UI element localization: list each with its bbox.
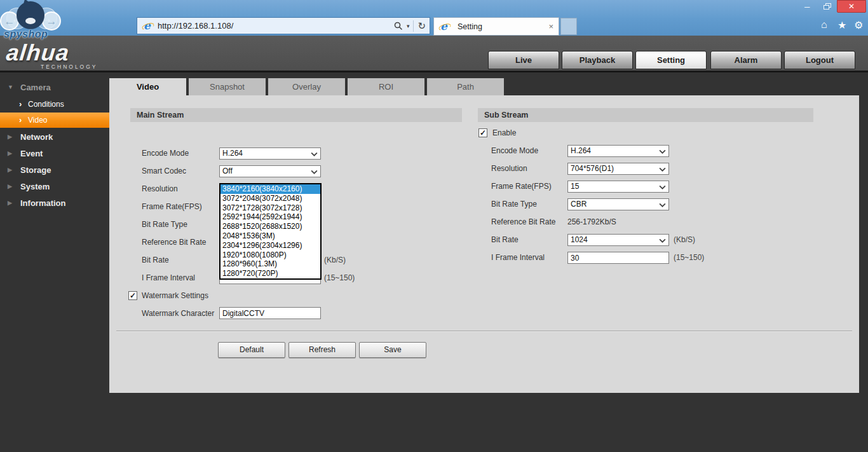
- address-bar[interactable]: e http://192.168.1.108/ ▾ ↻: [137, 17, 430, 34]
- new-tab-button[interactable]: [560, 18, 577, 35]
- main-i-frame-interval-label: I Frame Interval: [142, 273, 195, 282]
- nav-setting-button[interactable]: Setting: [635, 51, 707, 69]
- tab-path[interactable]: Path: [427, 78, 504, 95]
- tab-close-icon[interactable]: ×: [548, 22, 553, 31]
- watermark-settings-label: Watermark Settings: [142, 291, 208, 300]
- resolution-option[interactable]: 1920*1080(1080P): [220, 250, 320, 260]
- sidebar-item-video[interactable]: › Video: [0, 113, 109, 128]
- window-restore-button[interactable]: [824, 3, 832, 10]
- resolution-option[interactable]: 1280*720(720P): [220, 269, 320, 278]
- spyshop-watermark: ← → spyshop: [0, 1, 66, 42]
- window-close-button[interactable]: ✕: [837, 0, 866, 13]
- sub-i-frame-interval-input[interactable]: [567, 252, 669, 264]
- chevron-down-icon: [311, 170, 318, 174]
- sub-bit-rate-type-label: Bit Rate Type: [491, 200, 537, 209]
- divider: [413, 20, 414, 32]
- url-text[interactable]: http://192.168.1.108/: [158, 21, 233, 31]
- browser-chrome: ← → e http://192.168.1.108/ ▾ ↻ e Settin…: [0, 0, 868, 36]
- sidebar-item-network[interactable]: ▶ Network: [0, 129, 109, 145]
- browser-tab-setting[interactable]: e Setting ×: [433, 17, 559, 36]
- sub-frame-rate-select[interactable]: 15: [567, 181, 669, 193]
- sub-resolution-select[interactable]: 704*576(D1): [567, 163, 669, 175]
- resolution-option[interactable]: 2688*1520(2688x1520): [220, 222, 320, 231]
- tab-video[interactable]: Video: [109, 78, 186, 96]
- watermark-text: spyshop: [4, 29, 48, 40]
- sidebar-item-conditions[interactable]: › Conditions: [0, 97, 109, 112]
- sidebar-item-camera[interactable]: ▼ Camera: [0, 79, 109, 95]
- main-smart-codec-select[interactable]: Off: [219, 165, 321, 177]
- sidebar-item-storage[interactable]: ▶ Storage: [0, 162, 109, 178]
- ie-page-icon: e: [142, 20, 154, 32]
- sub-frame-rate-label: Frame Rate(FPS): [491, 182, 552, 191]
- sub-enable-label: Enable: [492, 128, 516, 137]
- sidebar-item-system[interactable]: ▶ System: [0, 179, 109, 195]
- main-resolution-label: Resolution: [142, 184, 178, 193]
- resolution-option[interactable]: 2048*1536(3M): [220, 231, 320, 241]
- default-button[interactable]: Default: [218, 342, 285, 358]
- triangle-right-icon: ▶: [8, 195, 12, 211]
- triangle-right-icon: ▶: [8, 162, 12, 178]
- chevron-right-icon: ›: [19, 113, 22, 128]
- resolution-option[interactable]: 1280*960(1.3M): [220, 259, 320, 269]
- chevron-down-icon: ▼: [8, 79, 13, 95]
- check-icon: ✓: [480, 128, 486, 137]
- window-minimize-button[interactable]: –: [804, 1, 810, 11]
- triangle-right-icon: ▶: [8, 146, 12, 161]
- main-encode-mode-select[interactable]: H.264: [219, 147, 321, 160]
- watermark-character-label: Watermark Character: [142, 309, 214, 318]
- watermark-settings-checkbox[interactable]: ✓: [128, 291, 137, 300]
- sidebar-item-information[interactable]: ▶ Information: [0, 195, 109, 211]
- sub-enable-checkbox[interactable]: ✓: [478, 128, 487, 137]
- sub-bit-rate-type-select[interactable]: CBR: [567, 198, 669, 210]
- dahua-logo: alhua: [5, 39, 71, 66]
- main-bit-rate-unit: (Kb/S): [324, 256, 346, 264]
- sub-bit-rate-select[interactable]: 1024: [567, 234, 669, 246]
- check-icon: ✓: [130, 291, 136, 300]
- tab-title: Setting: [458, 22, 482, 31]
- resolution-option[interactable]: 2592*1944(2592x1944): [220, 212, 320, 222]
- favorites-star-icon[interactable]: ★: [837, 19, 846, 31]
- resolution-option[interactable]: 2304*1296(2304x1296): [220, 241, 320, 250]
- tab-snapshot[interactable]: Snapshot: [189, 78, 266, 95]
- watermark-mascot-icon: [17, 1, 44, 29]
- chevron-down-icon: [311, 152, 318, 156]
- refresh-button[interactable]: Refresh: [288, 342, 356, 358]
- watermark-character-input[interactable]: [219, 307, 321, 319]
- nav-playback-button[interactable]: Playback: [562, 51, 633, 69]
- sub-i-frame-interval-range: (15~150): [674, 253, 704, 262]
- nav-alarm-button[interactable]: Alarm: [710, 51, 782, 69]
- resolution-dropdown-list[interactable]: 3840*2160(3840x2160) 3072*2048(3072x2048…: [219, 183, 322, 280]
- sub-i-frame-interval-label: I Frame Interval: [491, 253, 545, 262]
- nav-logout-button[interactable]: Logout: [784, 51, 855, 69]
- divider: [116, 331, 852, 332]
- chevron-down-icon: [659, 185, 666, 189]
- sub-reference-bit-rate-label: Reference Bit Rate: [491, 217, 555, 226]
- search-dropdown-caret-icon[interactable]: ▾: [407, 23, 410, 29]
- chevron-down-icon: [659, 167, 666, 172]
- search-icon[interactable]: [394, 22, 403, 31]
- tab-overlay[interactable]: Overlay: [268, 78, 345, 95]
- refresh-page-icon[interactable]: ↻: [417, 20, 426, 32]
- main-encode-mode-label: Encode Mode: [142, 149, 189, 158]
- chevron-down-icon: [659, 238, 666, 243]
- save-button[interactable]: Save: [359, 342, 426, 358]
- resolution-option[interactable]: 3840*2160(3840x2160): [220, 184, 320, 194]
- resolution-option[interactable]: 3072*2048(3072x2048): [220, 194, 320, 203]
- home-icon[interactable]: ⌂: [821, 19, 827, 31]
- sub-bit-rate-label: Bit Rate: [491, 235, 519, 244]
- sub-encode-mode-select[interactable]: H.264: [567, 145, 669, 157]
- main-bit-rate-label: Bit Rate: [142, 256, 169, 264]
- tab-roi[interactable]: ROI: [348, 78, 424, 95]
- chevron-down-icon: [659, 149, 666, 154]
- sub-encode-mode-label: Encode Mode: [491, 146, 538, 155]
- screen: ← → e http://192.168.1.108/ ▾ ↻ e Settin…: [0, 0, 868, 452]
- main-frame-rate-label: Frame Rate(FPS): [142, 202, 202, 211]
- resolution-option[interactable]: 3072*1728(3072x1728): [220, 203, 320, 213]
- nav-live-button[interactable]: Live: [488, 51, 559, 69]
- settings-gear-icon[interactable]: ⚙: [854, 19, 863, 31]
- ie-tab-icon: e: [439, 21, 451, 32]
- main-stream-section-title: Main Stream: [130, 108, 462, 122]
- dahua-logo-subtext: TECHNOLOGY: [41, 64, 98, 70]
- sub-stream-section-title: Sub Stream: [478, 108, 813, 122]
- sidebar-item-event[interactable]: ▶ Event: [0, 146, 109, 161]
